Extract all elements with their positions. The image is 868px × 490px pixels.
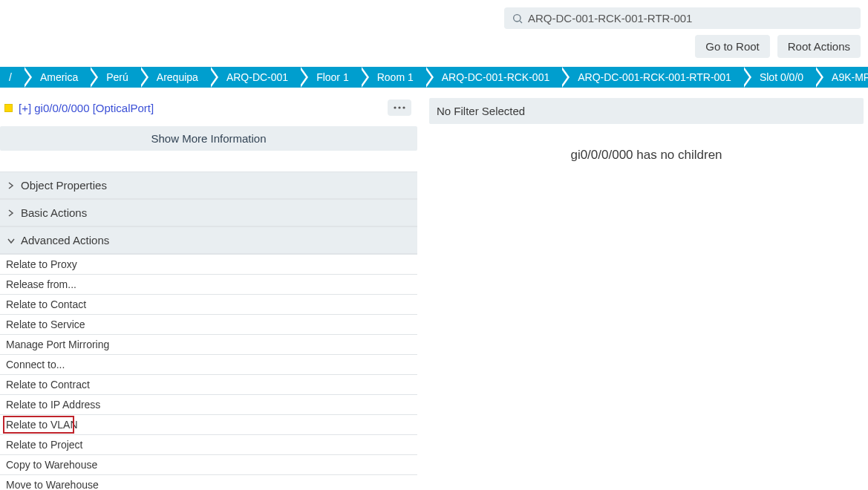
object-title[interactable]: [+] gi0/0/0/000 [OpticalPort] [19, 102, 154, 114]
search-box[interactable] [504, 7, 861, 29]
action-item[interactable]: Relate to Service [0, 315, 417, 335]
svg-line-1 [520, 21, 522, 23]
action-item[interactable]: Move to Warehouse [0, 475, 417, 490]
svg-point-4 [402, 106, 405, 108]
filter-header[interactable]: No Filter Selected [429, 98, 864, 124]
action-item[interactable]: Relate to IP Address [0, 395, 417, 415]
empty-message: gi0/0/0/000 has no children [429, 124, 864, 163]
action-item[interactable]: Manage Port Mirroring [0, 335, 417, 355]
chevron-right-icon [7, 206, 15, 219]
svg-point-2 [394, 106, 396, 108]
breadcrumb-item[interactable]: Slot 0/0/0 [742, 67, 814, 88]
action-item[interactable]: Relate to Contact [0, 295, 417, 315]
breadcrumb: /AmericaPerúArequipaARQ-DC-001Floor 1Roo… [0, 67, 868, 88]
breadcrumb-item[interactable]: Arequipa [139, 67, 209, 88]
breadcrumb-item[interactable]: America [22, 67, 88, 88]
show-more-info-button[interactable]: Show More Information [0, 126, 417, 151]
chevron-down-icon [7, 234, 15, 246]
advanced-actions-list: Relate to ProxyRelease from...Relate to … [0, 254, 417, 490]
search-input[interactable] [528, 12, 853, 24]
action-item[interactable]: Connect to... [0, 355, 417, 375]
section-object-properties[interactable]: Object Properties [0, 172, 417, 199]
search-icon [512, 13, 523, 24]
section-advanced-actions[interactable]: Advanced Actions [0, 226, 417, 254]
status-square-icon [4, 104, 13, 112]
svg-point-3 [398, 106, 400, 108]
action-item[interactable]: Copy to Warehouse [0, 455, 417, 475]
go-to-root-button[interactable]: Go to Root [695, 35, 770, 58]
action-item[interactable]: Relate to Proxy [0, 255, 417, 275]
action-item[interactable]: Relate to VLAN [0, 415, 417, 435]
root-actions-button[interactable]: Root Actions [777, 35, 861, 58]
breadcrumb-item[interactable]: Room 1 [359, 67, 424, 88]
section-label: Advanced Actions [21, 234, 109, 246]
breadcrumb-item[interactable]: ARQ-DC-001-RCK-001-RTR-001 [560, 67, 742, 88]
section-label: Basic Actions [21, 206, 87, 219]
right-panel: No Filter Selected gi0/0/0/000 has no ch… [429, 98, 868, 490]
section-label: Object Properties [21, 179, 107, 192]
action-item[interactable]: Release from... [0, 275, 417, 295]
action-item[interactable]: Relate to Project [0, 435, 417, 455]
breadcrumb-item[interactable]: ARQ-DC-001 [209, 67, 298, 88]
more-button[interactable] [388, 99, 411, 116]
section-basic-actions[interactable]: Basic Actions [0, 199, 417, 226]
breadcrumb-item[interactable]: / [0, 67, 22, 88]
chevron-right-icon [7, 179, 15, 192]
left-panel: [+] gi0/0/0/000 [OpticalPort] Show More … [0, 98, 417, 490]
ellipsis-icon [392, 102, 407, 113]
svg-point-0 [514, 14, 521, 21]
action-item[interactable]: Relate to Contract [0, 375, 417, 395]
breadcrumb-item[interactable]: ARQ-DC-001-RCK-001 [424, 67, 560, 88]
